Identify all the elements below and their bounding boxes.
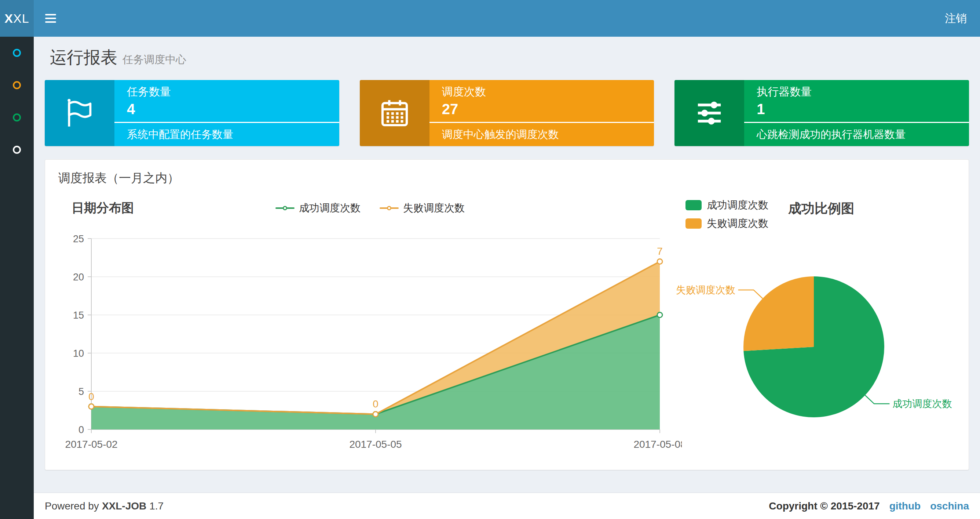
stat-divider — [430, 122, 654, 123]
svg-text:25: 25 — [73, 233, 84, 244]
product-version: 1.7 — [149, 500, 164, 512]
svg-text:0: 0 — [88, 391, 94, 402]
circle-outline-icon — [13, 81, 21, 89]
github-link[interactable]: github — [889, 500, 921, 512]
svg-text:20: 20 — [73, 271, 84, 283]
svg-text:0: 0 — [372, 398, 379, 410]
svg-text:7: 7 — [657, 246, 663, 257]
report-panel: 调度报表（一月之内） 日期分布图 成功调度次数 失败调度次数 — [45, 159, 969, 470]
legend-swatch-icon — [686, 200, 702, 210]
circle-outline-icon — [13, 113, 21, 121]
page-title: 运行报表任务调度中心 — [50, 46, 964, 69]
flag-icon — [45, 80, 115, 146]
date-distribution-chart: 日期分布图 成功调度次数 失败调度次数 0510152 — [58, 198, 682, 453]
sliders-icon — [675, 80, 744, 146]
circle-outline-icon — [13, 49, 21, 57]
stat-value: 4 — [115, 101, 339, 117]
powered-by: Powered byXXL-JOB1.7 — [45, 500, 167, 512]
stat-value: 27 — [430, 101, 654, 117]
pie-chart: 成功调度次数失败调度次数 — [682, 220, 953, 441]
panel-body: 日期分布图 成功调度次数 失败调度次数 0510152 — [45, 189, 969, 470]
stat-card-executors: 执行器数量 1 心跳检测成功的执行器机器数量 — [675, 80, 969, 146]
stat-desc: 调度中心触发的调度次数 — [430, 127, 654, 142]
oschina-link[interactable]: oschina — [930, 500, 969, 512]
stat-card-triggers: 调度次数 27 调度中心触发的调度次数 — [360, 80, 654, 146]
stat-card-jobs: 任务数量 4 系统中配置的任务数量 — [45, 80, 339, 146]
copyright-area: Copyright © 2015-2017 github oschina — [769, 500, 969, 512]
stat-body: 任务数量 4 系统中配置的任务数量 — [115, 80, 339, 146]
calendar-icon — [360, 80, 430, 146]
copyright-text: Copyright © 2015-2017 — [769, 500, 880, 512]
logo-text-bold: X — [5, 11, 13, 26]
circle-outline-icon — [13, 146, 21, 154]
stat-title: 任务数量 — [115, 85, 339, 99]
page-title-text: 运行报表 — [50, 48, 118, 67]
pie-chart-title: 成功比例图 — [788, 200, 854, 218]
app-logo[interactable]: XXL — [0, 0, 34, 37]
stat-desc: 心跳检测成功的执行器机器数量 — [744, 127, 969, 142]
line-series-marker-icon — [380, 205, 399, 211]
page-footer: Powered byXXL-JOB1.7 Copyright © 2015-20… — [34, 493, 980, 519]
logo-text: XL — [13, 11, 29, 26]
stat-title: 调度次数 — [430, 85, 654, 99]
legend-item-success[interactable]: 成功调度次数 — [686, 198, 768, 212]
top-navbar: XXL 注销 — [0, 0, 980, 37]
line-series-marker-icon — [275, 205, 294, 211]
sidebar — [0, 37, 34, 519]
line-chart-header: 日期分布图 成功调度次数 失败调度次数 — [58, 198, 682, 220]
svg-text:0: 0 — [78, 424, 84, 435]
sidebar-item-executors[interactable] — [0, 134, 34, 166]
main-content: 运行报表任务调度中心 任务数量 4 系统中配置的任务数量 — [34, 37, 980, 519]
svg-text:2017-05-08: 2017-05-08 — [633, 439, 682, 450]
svg-text:2017-05-02: 2017-05-02 — [65, 439, 118, 450]
legend-label: 成功调度次数 — [707, 198, 768, 212]
legend-item-success[interactable]: 成功调度次数 — [275, 201, 361, 215]
stat-divider — [744, 122, 969, 123]
logout-link[interactable]: 注销 — [932, 0, 980, 37]
powered-prefix: Powered by — [45, 500, 99, 512]
line-chart-title: 日期分布图 — [72, 200, 134, 217]
legend-item-fail[interactable]: 失败调度次数 — [380, 201, 465, 215]
panel-title: 调度报表（一月之内） — [45, 160, 969, 189]
navbar-spacer — [67, 0, 932, 37]
svg-text:10: 10 — [73, 348, 84, 359]
sidebar-toggle-button[interactable] — [34, 0, 67, 37]
svg-text:成功调度次数: 成功调度次数 — [892, 398, 952, 409]
svg-text:5: 5 — [78, 386, 84, 397]
hamburger-icon — [45, 14, 56, 23]
content-header: 运行报表任务调度中心 — [45, 37, 969, 77]
stat-body: 调度次数 27 调度中心触发的调度次数 — [430, 80, 654, 146]
stat-title: 执行器数量 — [744, 85, 969, 99]
success-ratio-chart: 成功调度次数 失败调度次数 成功比例图 成功调度次数失败调度次数 — [682, 198, 955, 453]
page-subtitle: 任务调度中心 — [123, 54, 186, 65]
svg-text:15: 15 — [73, 310, 84, 321]
svg-text:2017-05-05: 2017-05-05 — [349, 439, 402, 450]
stat-value: 1 — [744, 101, 969, 117]
sidebar-item-jobs[interactable] — [0, 69, 34, 101]
app-root: XXL 注销 运行报表任务调度中心 — [0, 0, 980, 519]
sidebar-item-report[interactable] — [0, 37, 34, 69]
stat-divider — [115, 122, 339, 123]
stat-desc: 系统中配置的任务数量 — [115, 127, 339, 142]
product-name: XXL-JOB — [102, 500, 146, 512]
stacked-area-chart: 05101520252017-05-022017-05-052017-05-08… — [58, 220, 682, 452]
legend-label: 失败调度次数 — [403, 201, 465, 215]
stat-body: 执行器数量 1 心跳检测成功的执行器机器数量 — [744, 80, 969, 146]
stats-row: 任务数量 4 系统中配置的任务数量 — [45, 80, 969, 146]
sidebar-item-logs[interactable] — [0, 101, 34, 134]
svg-text:失败调度次数: 失败调度次数 — [676, 284, 735, 295]
line-chart-legend: 成功调度次数 失败调度次数 — [275, 201, 465, 215]
legend-label: 成功调度次数 — [299, 201, 361, 215]
